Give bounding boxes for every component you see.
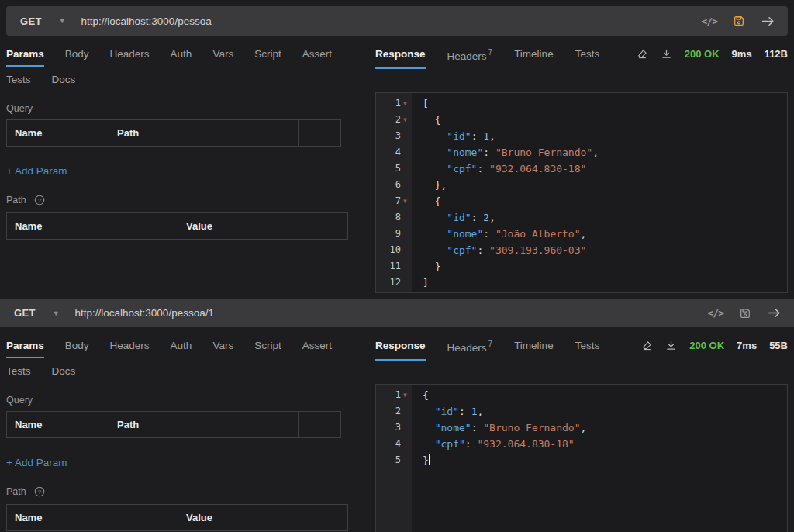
code-text: "cpf": "309.193.960-03": [412, 242, 586, 258]
query-col-actions: [299, 412, 340, 437]
send-arrow-icon[interactable]: [761, 15, 775, 28]
response-body-editor[interactable]: 1▼{2 "id": 1,3 "nome": "Bruno Fernando",…: [375, 384, 788, 532]
fold-arrow-icon: [401, 226, 412, 242]
tab-response-tests[interactable]: Tests: [575, 340, 600, 361]
send-arrow-icon[interactable]: [767, 306, 782, 320]
code-text: }: [412, 452, 430, 468]
request-pane: Params Body Headers Auth Vars Script Ass…: [0, 36, 364, 299]
tab-script[interactable]: Script: [254, 340, 281, 358]
line-number: 9: [376, 226, 401, 242]
tab-timeline[interactable]: Timeline: [514, 48, 554, 69]
method-dropdown[interactable]: GET ▼: [6, 16, 74, 27]
add-param-button[interactable]: + Add Param: [6, 457, 67, 468]
fold-arrow-icon: [401, 275, 412, 291]
path-params-table: Name Value: [6, 504, 348, 531]
url-input[interactable]: [67, 307, 708, 319]
tab-params[interactable]: Params: [6, 340, 44, 358]
code-line: 5}: [376, 452, 787, 468]
tab-timeline[interactable]: Timeline: [514, 340, 554, 361]
line-number: 2: [376, 403, 401, 420]
line-number: 8: [376, 209, 401, 226]
tab-response-headers[interactable]: Headers7: [447, 48, 493, 69]
fold-arrow-icon: [401, 177, 412, 193]
tab-params[interactable]: Params: [6, 48, 44, 67]
url-bar: GET ▼ </>: [0, 299, 794, 327]
response-body-editor[interactable]: 1▼[2▼ {3 "id": 1,4 "nome": "Bruno Fernan…: [375, 92, 788, 293]
fold-arrow-icon[interactable]: ▼: [401, 112, 412, 128]
line-number: 1: [376, 387, 401, 403]
path-params-table: Name Value: [6, 212, 348, 240]
tab-vars[interactable]: Vars: [212, 340, 233, 358]
help-icon[interactable]: ?: [33, 485, 46, 498]
tab-assert[interactable]: Assert: [302, 48, 332, 67]
tab-headers[interactable]: Headers: [110, 340, 150, 358]
tab-response[interactable]: Response: [375, 48, 426, 69]
request-panel-1: GET ▼ </> Params Body: [0, 0, 794, 299]
request-tabs-row-1: Params Body Headers Auth Vars Script Ass…: [6, 48, 348, 67]
fold-arrow-icon: [401, 452, 412, 468]
add-param-button[interactable]: + Add Param: [6, 165, 67, 177]
code-text: {: [412, 193, 440, 209]
code-line: 6 },: [376, 177, 787, 193]
code-line: 3 "id": 1,: [376, 128, 787, 144]
tab-assert[interactable]: Assert: [302, 340, 332, 358]
code-icon[interactable]: </>: [708, 307, 723, 319]
tab-auth[interactable]: Auth: [171, 340, 192, 358]
tab-body[interactable]: Body: [65, 340, 89, 358]
url-input[interactable]: [74, 16, 702, 27]
svg-text:?: ?: [37, 197, 41, 204]
response-size: 112B: [765, 48, 788, 60]
path-col-value: Value: [178, 213, 347, 239]
query-section-label: Query: [6, 103, 348, 114]
download-response-icon[interactable]: [661, 48, 672, 60]
code-line: 5 "cpf": "932.064.830-18": [376, 161, 787, 177]
fold-arrow-icon[interactable]: ▼: [401, 387, 412, 403]
line-number: 5: [376, 161, 401, 177]
code-text: },: [412, 177, 447, 193]
download-response-icon[interactable]: [665, 340, 677, 351]
query-col-actions: [299, 120, 340, 146]
code-line: 1▼{: [376, 387, 787, 403]
fold-arrow-icon: [401, 144, 412, 161]
help-icon[interactable]: ?: [33, 194, 46, 206]
request-tabs-row-1: Params Body Headers Auth Vars Script Ass…: [6, 340, 348, 358]
chevron-down-icon: ▼: [59, 17, 66, 25]
clear-response-icon[interactable]: [637, 48, 648, 60]
code-line: 12]: [376, 275, 787, 291]
clear-response-icon[interactable]: [641, 340, 653, 351]
code-text: "id": 1,: [412, 403, 483, 420]
query-col-name: Name: [7, 412, 109, 437]
tab-response-tests[interactable]: Tests: [575, 48, 600, 69]
tab-auth[interactable]: Auth: [171, 48, 192, 67]
query-col-name: Name: [7, 120, 109, 146]
save-icon[interactable]: [739, 307, 751, 320]
path-col-name: Name: [7, 213, 178, 239]
line-number: 11: [376, 258, 401, 275]
code-line: 7▼ {: [376, 193, 787, 209]
tab-headers[interactable]: Headers: [110, 48, 150, 67]
query-col-path: Path: [109, 412, 299, 437]
tab-body[interactable]: Body: [65, 48, 89, 67]
tab-response[interactable]: Response: [375, 340, 426, 361]
code-text: "cpf": "932.064.830-18": [412, 436, 575, 452]
method-dropdown[interactable]: GET ▼: [0, 307, 67, 319]
tab-docs[interactable]: Docs: [52, 365, 76, 384]
fold-arrow-icon[interactable]: ▼: [401, 95, 412, 112]
save-icon[interactable]: [733, 15, 745, 27]
response-pane: Response Headers7 Timeline Tests: [364, 327, 794, 532]
fold-arrow-icon: [401, 258, 412, 275]
tab-tests[interactable]: Tests: [6, 74, 31, 92]
tab-docs[interactable]: Docs: [52, 74, 76, 92]
code-icon[interactable]: </>: [702, 16, 717, 27]
headers-count-badge: 7: [488, 340, 493, 348]
fold-arrow-icon[interactable]: ▼: [401, 193, 412, 209]
text-cursor: [429, 454, 430, 465]
tab-tests[interactable]: Tests: [6, 365, 31, 384]
url-bar: GET ▼ </>: [6, 6, 788, 36]
tab-script[interactable]: Script: [254, 48, 281, 67]
line-number: 10: [376, 242, 401, 258]
line-number: 1: [376, 95, 401, 112]
tab-response-headers[interactable]: Headers7: [447, 340, 493, 361]
tab-vars[interactable]: Vars: [212, 48, 233, 67]
line-number: 12: [376, 275, 401, 291]
